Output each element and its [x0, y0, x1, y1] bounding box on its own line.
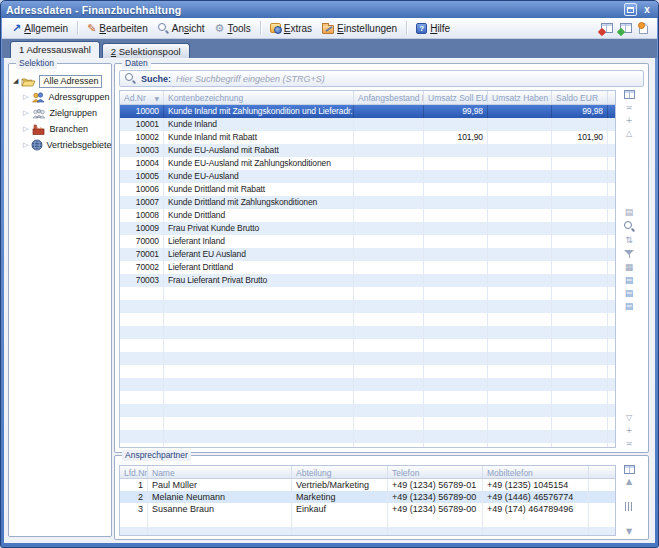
table-row-empty[interactable] [120, 391, 615, 404]
menu-extras[interactable]: Extras [265, 22, 317, 35]
scroll-up-icon[interactable]: ▲ [626, 477, 632, 486]
tree-node-vertriebsgebiete[interactable]: ▷Vertriebsgebiete [13, 137, 109, 153]
menu-allgemein[interactable]: ↗Allgemein [7, 22, 73, 35]
cell [120, 430, 164, 443]
contact-row[interactable]: 2Melanie NeumannMarketing+49 (1234) 5678… [120, 491, 615, 503]
menu-hilfe[interactable]: ?Hilfe [411, 22, 455, 35]
menu-bearbeiten[interactable]: ✎Bearbeiten [82, 22, 153, 35]
sort-icon[interactable]: ⇅ [625, 236, 633, 245]
cell-filler [608, 183, 616, 196]
next-record-icon[interactable]: ▽ [626, 413, 632, 422]
table-import-green-icon[interactable] [620, 23, 632, 33]
tree-node-zielgruppen[interactable]: ▷Zielgruppen [13, 105, 109, 121]
table-row-empty[interactable] [120, 287, 615, 300]
tree-collapsed-icon[interactable]: ▷ [23, 125, 28, 133]
table-row-empty[interactable] [120, 313, 615, 326]
search-icon[interactable] [624, 221, 635, 232]
cell [354, 300, 424, 313]
list-view-b-icon[interactable]: ▤ [625, 289, 634, 298]
cell-filler [589, 527, 615, 536]
cell [164, 339, 354, 352]
last-record-icon[interactable]: ≍ [626, 439, 633, 448]
contact-row[interactable]: 1Paul MüllerVertrieb/Marketing+49 (1234)… [120, 479, 615, 491]
grip-icon[interactable] [625, 502, 633, 511]
menu-einstellungen[interactable]: Einstellungen [317, 22, 402, 35]
menu-tools[interactable]: ⚙Tools [210, 22, 256, 35]
table-row[interactable]: 10005Kunde EU-Ausland [120, 170, 615, 183]
cell [120, 300, 164, 313]
table-row[interactable]: 10002Kunde Inland mit Rabatt101,90101,90 [120, 131, 615, 144]
cell [164, 313, 354, 326]
maximize-button[interactable] [624, 3, 637, 16]
table-row[interactable]: 10003Kunde EU-Ausland mit Rabatt [120, 144, 615, 157]
table-row[interactable]: 70000Lieferant Inland [120, 235, 615, 248]
tree-expanded-icon[interactable]: ◢ [13, 77, 18, 85]
table-row-empty[interactable] [120, 430, 615, 443]
tab-1-adressauswahl[interactable]: 1 Adressauswahl [10, 41, 100, 58]
contact-row-empty[interactable] [120, 527, 615, 536]
tree-node-branchen[interactable]: ▷Branchen [13, 121, 109, 137]
list-view-c-icon[interactable]: ▤ [625, 302, 634, 311]
previous-record-icon[interactable]: △ [626, 129, 632, 138]
table-row-empty[interactable] [120, 352, 615, 365]
column-header-telefon[interactable]: Telefon [388, 466, 483, 478]
cell [424, 417, 488, 430]
table-row-empty[interactable] [120, 417, 615, 430]
column-header-anfangsbestand-eur[interactable]: Anfangsbestand EUR [354, 91, 424, 104]
table-row[interactable]: 70003Frau Lieferant Privat Brutto [120, 274, 615, 287]
column-header-name[interactable]: Name [148, 466, 292, 478]
table-row-empty[interactable] [120, 339, 615, 352]
column-header-umsatz-haben-eur[interactable]: Umsatz Haben EUR [488, 91, 552, 104]
table-row-empty[interactable] [120, 300, 615, 313]
tab-2-selektionspool[interactable]: 2 Selektionspool [102, 43, 190, 58]
tree-node-alle-adressen[interactable]: ◢Alle Adressen [13, 73, 109, 89]
menu-ansicht[interactable]: Ansicht [153, 22, 210, 35]
search-input[interactable]: Suche: Hier Suchbegriff eingeben (STRG+S… [119, 70, 644, 87]
table-row-empty[interactable] [120, 326, 615, 339]
table-row[interactable]: 10008Kunde Drittland [120, 209, 615, 222]
table-row[interactable]: 70001Lieferant EU Ausland [120, 248, 615, 261]
column-header-ad-nr[interactable]: Ad.Nr▼ [120, 91, 164, 104]
details-view-icon[interactable]: ▤ [625, 208, 634, 217]
add-record-icon[interactable]: + [626, 116, 633, 125]
tree-collapsed-icon[interactable]: ▷ [23, 141, 28, 149]
column-header-mobiltelefon[interactable]: Mobiltelefon [483, 466, 589, 478]
table-row[interactable]: 10004Kunde EU-Ausland mit Zahlungskondit… [120, 157, 615, 170]
column-header-umsatz-soll-eur[interactable]: Umsatz Soll EUR [424, 91, 488, 104]
print-icon[interactable]: ▦ [625, 263, 634, 272]
table-options-icon[interactable] [624, 465, 635, 474]
table-export-red-icon[interactable] [601, 23, 613, 33]
table-options-icon[interactable] [624, 90, 635, 99]
table-row[interactable]: 10007Kunde Drittland mit Zahlungskonditi… [120, 196, 615, 209]
filter-icon[interactable] [624, 249, 634, 259]
cell: 70002 [120, 261, 164, 274]
first-record-icon[interactable]: ≍ [626, 103, 633, 112]
table-row[interactable]: 70002Lieferant Drittland [120, 261, 615, 274]
tree-node-adressgruppen[interactable]: ▷Adressgruppen [13, 89, 109, 105]
selection-tree: ◢Alle Adressen▷Adressgruppen▷Zielgruppen… [9, 64, 111, 153]
cell: Einkauf [292, 503, 388, 515]
cell [164, 430, 354, 443]
table-row-empty[interactable] [120, 378, 615, 391]
cell [120, 326, 164, 339]
close-button[interactable]: x [641, 3, 653, 16]
table-row[interactable]: 10001Kunde Inland [120, 118, 615, 131]
tree-collapsed-icon[interactable]: ▷ [23, 93, 28, 101]
document-new-icon[interactable] [639, 23, 648, 34]
table-row-empty[interactable] [120, 443, 615, 448]
column-header-lfd-nr[interactable]: Lfd.Nr.▲ [120, 466, 148, 478]
list-view-a-icon[interactable]: ▤ [625, 276, 634, 285]
contact-row[interactable]: 3Susanne BraunEinkauf+49 (1234) 56789-00… [120, 503, 615, 515]
table-row[interactable]: 10009Frau Privat Kunde Brutto [120, 222, 615, 235]
tree-collapsed-icon[interactable]: ▷ [23, 109, 28, 117]
column-header-kontenbezeichnung[interactable]: Kontenbezeichnung [164, 91, 354, 104]
table-row[interactable]: 10006Kunde Drittland mit Rabatt [120, 183, 615, 196]
column-header-saldo-eur[interactable]: Saldo EUR [552, 91, 608, 104]
contact-row-empty[interactable] [120, 515, 615, 527]
remove-record-icon[interactable]: + [626, 426, 633, 435]
scroll-down-icon[interactable]: ▼ [626, 527, 632, 536]
table-row-empty[interactable] [120, 404, 615, 417]
column-header-abteilung[interactable]: Abteilung [292, 466, 388, 478]
table-row-empty[interactable] [120, 365, 615, 378]
table-row[interactable]: 10000Kunde Inland mit Zahlungskondition … [120, 105, 615, 118]
